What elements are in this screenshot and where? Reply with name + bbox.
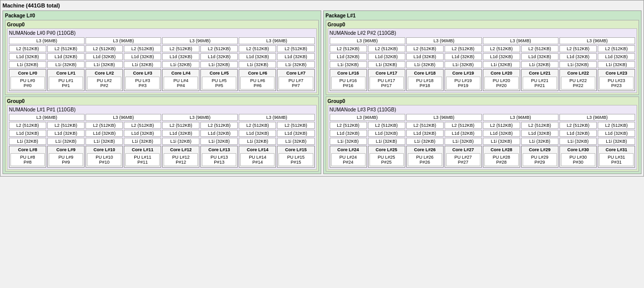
l2-cell: L2 (512KB) (86, 122, 123, 129)
core-label: Core L#14 (240, 147, 275, 152)
pu-block: PU L#26 P#26 (408, 153, 442, 166)
l1i-cell: L1i (32KB) (598, 138, 635, 145)
l1i-cell: L1i (32KB) (47, 138, 85, 145)
pu-block: PU L#5 P#5 (202, 77, 236, 90)
l1d-cell: L1d (32KB) (200, 130, 238, 137)
l1i-cell: L1i (32KB) (483, 138, 520, 145)
l3-cell: L3 (96MB) (559, 37, 635, 44)
core-label: Core L#17 (369, 71, 404, 76)
l1i-cell: L1i (32KB) (239, 61, 276, 68)
pu-block: PU L#22 P#22 (561, 77, 595, 90)
l1d-cell: L1d (32KB) (406, 130, 444, 137)
l1i-row: L1i (32KB)L1i (32KB)L1i (32KB)L1i (32KB)… (330, 138, 636, 145)
core-block: Core L#28PU L#28 P#28 (483, 146, 520, 168)
l2-cell: L2 (512KB) (521, 45, 558, 52)
core-block: Core L#11PU L#11 P#11 (124, 146, 161, 168)
l1d-cell: L1d (32KB) (483, 53, 520, 60)
l1d-row: L1d (32KB)L1d (32KB)L1d (32KB)L1d (32KB)… (330, 53, 636, 60)
l1d-cell: L1d (32KB) (368, 130, 405, 137)
l1i-cell: L1i (32KB) (200, 138, 238, 145)
core-block: Core L#17PU L#17 P#17 (368, 69, 405, 91)
l1d-row: L1d (32KB)L1d (32KB)L1d (32KB)L1d (32KB)… (9, 130, 315, 137)
l2-row: L2 (512KB)L2 (512KB)L2 (512KB)L2 (512KB)… (330, 45, 636, 52)
l3-cell: L3 (96MB) (86, 37, 161, 44)
core-label: Core L#7 (278, 71, 313, 76)
l2-cell: L2 (512KB) (483, 122, 520, 129)
l2-cell: L2 (512KB) (47, 45, 85, 52)
l1d-cell: L1d (32KB) (445, 53, 482, 60)
core-label: Core L#4 (164, 71, 198, 76)
core-block: Core L#25PU L#25 P#25 (368, 146, 405, 168)
cores-row: Core L#24PU L#24 P#24Core L#25PU L#25 P#… (330, 146, 636, 168)
core-block: Core L#8PU L#8 P#8 (9, 146, 46, 168)
core-block: Core L#10PU L#10 P#10 (86, 146, 123, 168)
pu-block: PU L#12 P#12 (164, 153, 198, 166)
l3-row: L3 (96MB)L3 (96MB)L3 (96MB)L3 (96MB) (330, 114, 636, 121)
l1i-cell: L1i (32KB) (86, 61, 123, 68)
core-block: Core L#19PU L#19 P#19 (445, 69, 482, 91)
group-title: Group0 (328, 98, 638, 104)
l1d-cell: L1d (32KB) (445, 130, 482, 137)
l1i-cell: L1i (32KB) (47, 61, 85, 68)
l3-cell: L3 (96MB) (406, 37, 482, 44)
pu-block: PU L#24 P#24 (331, 153, 366, 166)
numa-node: NUMANode L#0 P#0 (110GB)L3 (96MB)L3 (96M… (7, 28, 317, 93)
l1i-row: L1i (32KB)L1i (32KB)L1i (32KB)L1i (32KB)… (9, 61, 315, 68)
l1i-cell: L1i (32KB) (124, 61, 161, 68)
l2-cell: L2 (512KB) (406, 45, 444, 52)
core-block: Core L#23PU L#23 P#23 (598, 69, 635, 91)
core-label: Core L#22 (561, 71, 595, 76)
pu-block: PU L#3 P#3 (125, 77, 160, 90)
core-label: Core L#24 (331, 147, 366, 152)
l2-cell: L2 (512KB) (521, 122, 558, 129)
l1i-cell: L1i (32KB) (598, 61, 635, 68)
core-block: Core L#27PU L#27 P#27 (445, 146, 482, 168)
machine-container: Machine (441GB total) Package L#0Group0N… (0, 0, 644, 177)
l3-cell: L3 (96MB) (162, 114, 238, 121)
l2-row: L2 (512KB)L2 (512KB)L2 (512KB)L2 (512KB)… (330, 122, 636, 129)
core-block: Core L#26PU L#26 P#26 (406, 146, 444, 168)
l1d-row: L1d (32KB)L1d (32KB)L1d (32KB)L1d (32KB)… (9, 53, 315, 60)
l1d-cell: L1d (32KB) (47, 130, 85, 137)
core-label: Core L#16 (331, 71, 366, 76)
l1d-cell: L1d (32KB) (598, 53, 635, 60)
core-block: Core L#0PU L#0 P#0 (9, 69, 46, 91)
core-label: Core L#23 (599, 71, 634, 76)
l2-cell: L2 (512KB) (239, 122, 276, 129)
group: Group0NUMANode L#2 P#2 (110GB)L3 (96MB)L… (326, 20, 640, 95)
core-block: Core L#1PU L#1 P#1 (47, 69, 85, 91)
l1d-cell: L1d (32KB) (330, 53, 367, 60)
l1i-cell: L1i (32KB) (368, 61, 405, 68)
pu-block: PU L#16 P#16 (331, 77, 366, 90)
l3-cell: L3 (96MB) (330, 37, 405, 44)
core-block: Core L#18PU L#18 P#18 (406, 69, 444, 91)
l1d-cell: L1d (32KB) (239, 130, 276, 137)
core-label: Core L#0 (10, 71, 45, 76)
core-block: Core L#30PU L#30 P#30 (559, 146, 597, 168)
cores-row: Core L#16PU L#16 P#16Core L#17PU L#17 P#… (330, 69, 636, 91)
l1d-cell: L1d (32KB) (521, 53, 558, 60)
l2-cell: L2 (512KB) (368, 45, 405, 52)
pu-block: PU L#23 P#23 (599, 77, 634, 90)
l1i-cell: L1i (32KB) (162, 61, 199, 68)
l1i-cell: L1i (32KB) (559, 138, 597, 145)
core-label: Core L#8 (10, 147, 45, 152)
l2-cell: L2 (512KB) (368, 122, 405, 129)
pu-block: PU L#7 P#7 (278, 77, 313, 90)
core-label: Core L#21 (523, 71, 557, 76)
numa-node: NUMANode L#1 P#1 (110GB)L3 (96MB)L3 (96M… (7, 105, 317, 170)
l3-cell: L3 (96MB) (86, 114, 161, 121)
l2-cell: L2 (512KB) (277, 45, 314, 52)
package: Package L#0Group0NUMANode L#0 P#0 (110GB… (2, 10, 321, 174)
core-block: Core L#13PU L#13 P#13 (200, 146, 238, 168)
l3-row: L3 (96MB)L3 (96MB)L3 (96MB)L3 (96MB) (9, 37, 315, 44)
l1i-cell: L1i (32KB) (521, 138, 558, 145)
group-title: Group0 (7, 22, 317, 27)
pu-block: PU L#14 P#14 (240, 153, 275, 166)
core-label: Core L#11 (125, 147, 160, 152)
l1i-cell: L1i (32KB) (277, 138, 314, 145)
core-block: Core L#22PU L#22 P#22 (559, 69, 597, 91)
l1d-cell: L1d (32KB) (86, 53, 123, 60)
packages-row: Package L#0Group0NUMANode L#0 P#0 (110GB… (2, 10, 642, 174)
core-label: Core L#15 (278, 147, 313, 152)
